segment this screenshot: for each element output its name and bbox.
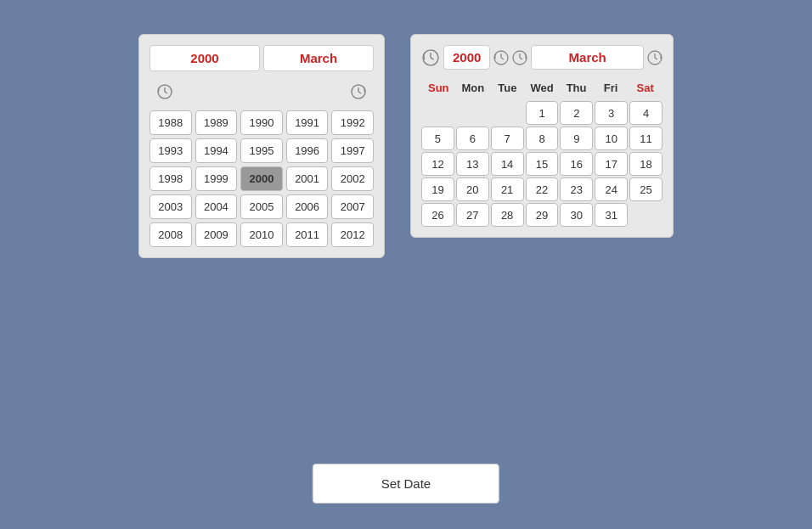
year-cell[interactable]: 1988 xyxy=(149,110,192,135)
year-cell[interactable]: 1994 xyxy=(195,138,238,163)
set-date-button[interactable]: Set Date xyxy=(313,464,499,504)
cal-year-button[interactable]: 2000 xyxy=(443,45,490,70)
day-cell-27[interactable]: 27 xyxy=(456,203,489,227)
day-cell-18[interactable]: 18 xyxy=(629,152,663,176)
year-cell[interactable]: 1996 xyxy=(286,138,329,163)
day-cell-31[interactable]: 31 xyxy=(595,203,628,227)
year-cell[interactable]: 1989 xyxy=(195,110,238,135)
year-cell[interactable]: 1997 xyxy=(331,138,374,163)
day-cell-3[interactable]: 3 xyxy=(595,101,628,125)
year-cell[interactable]: 2008 xyxy=(149,222,192,247)
year-cell[interactable]: 2001 xyxy=(286,166,329,191)
svg-line-11 xyxy=(501,58,504,59)
year-cell[interactable]: 2004 xyxy=(195,194,238,219)
day-cell-30[interactable]: 30 xyxy=(560,203,593,227)
calendars-row: 2000 March xyxy=(138,34,674,258)
year-prev-arrow[interactable] xyxy=(153,80,177,104)
day-cell-1[interactable]: 1 xyxy=(526,101,559,125)
day-header-sun: Sun xyxy=(421,78,456,98)
day-cell-11[interactable]: 11 xyxy=(629,127,663,150)
svg-line-17 xyxy=(655,58,657,59)
cal-clock-left-icon xyxy=(421,48,440,67)
day-cell-12[interactable]: 12 xyxy=(421,152,454,176)
day-cell-23[interactable]: 23 xyxy=(560,177,593,201)
year-picker-panel: 2000 March xyxy=(138,34,385,258)
day-cell-empty xyxy=(456,101,489,125)
day-cell-14[interactable]: 14 xyxy=(491,152,524,176)
day-grid: 1234567891011121314151617181920212223242… xyxy=(421,101,663,227)
cal-month-button[interactable]: March xyxy=(531,45,644,70)
day-cell-15[interactable]: 15 xyxy=(526,152,559,176)
day-cell-empty xyxy=(421,101,454,125)
day-cell-25[interactable]: 25 xyxy=(629,177,663,201)
left-month-button[interactable]: March xyxy=(263,45,374,71)
year-cell[interactable]: 2006 xyxy=(286,194,329,219)
cal-year-right-arrow-icon[interactable] xyxy=(512,50,527,65)
day-header-sat: Sat xyxy=(628,78,663,98)
day-cell-10[interactable]: 10 xyxy=(595,127,628,150)
day-cell-4[interactable]: 4 xyxy=(629,101,663,125)
year-grid: 1988198919901991199219931994199519961997… xyxy=(149,110,374,247)
year-cell[interactable]: 2002 xyxy=(331,166,374,191)
year-cell[interactable]: 2000 xyxy=(240,166,283,191)
year-cell[interactable]: 2007 xyxy=(331,194,374,219)
day-cell-19[interactable]: 19 xyxy=(421,177,454,201)
left-year-button[interactable]: 2000 xyxy=(149,45,260,71)
svg-line-8 xyxy=(431,58,434,59)
day-cell-empty xyxy=(491,101,524,125)
day-cell-6[interactable]: 6 xyxy=(456,127,489,150)
day-cell-empty xyxy=(629,203,663,227)
svg-line-14 xyxy=(520,58,522,59)
day-cell-9[interactable]: 9 xyxy=(560,127,593,150)
day-cell-20[interactable]: 20 xyxy=(456,177,489,201)
year-cell[interactable]: 2011 xyxy=(286,222,329,247)
set-date-button-container: Set Date xyxy=(313,464,499,504)
day-header-fri: Fri xyxy=(594,78,629,98)
year-cell[interactable]: 1999 xyxy=(195,166,238,191)
day-cell-21[interactable]: 21 xyxy=(491,177,524,201)
day-header-wed: Wed xyxy=(525,78,560,98)
svg-line-5 xyxy=(358,92,361,93)
cal-month-arrow-icon[interactable] xyxy=(647,50,663,65)
day-cell-5[interactable]: 5 xyxy=(421,127,454,150)
day-cell-8[interactable]: 8 xyxy=(526,127,559,150)
day-cell-28[interactable]: 28 xyxy=(491,203,524,227)
cal-header: 2000 March xyxy=(421,45,663,70)
day-cell-29[interactable]: 29 xyxy=(526,203,559,227)
year-cell[interactable]: 1995 xyxy=(240,138,283,163)
day-cell-16[interactable]: 16 xyxy=(560,152,593,176)
year-cell[interactable]: 2009 xyxy=(195,222,238,247)
panel-header: 2000 March xyxy=(149,45,374,71)
clock-right-icon xyxy=(350,83,367,100)
day-cell-2[interactable]: 2 xyxy=(560,101,593,125)
year-cell[interactable]: 2012 xyxy=(331,222,374,247)
day-cell-26[interactable]: 26 xyxy=(421,203,454,227)
year-cell[interactable]: 1993 xyxy=(149,138,192,163)
day-cell-13[interactable]: 13 xyxy=(456,152,489,176)
year-cell[interactable]: 1992 xyxy=(331,110,374,135)
year-cell[interactable]: 1998 xyxy=(149,166,192,191)
year-cell[interactable]: 2005 xyxy=(240,194,283,219)
day-header-tue: Tue xyxy=(490,78,525,98)
cal-year-left-arrow-icon[interactable] xyxy=(493,50,509,65)
main-container: 2000 March xyxy=(0,0,812,529)
day-cell-24[interactable]: 24 xyxy=(595,177,628,201)
svg-line-2 xyxy=(165,92,167,93)
year-cell[interactable]: 2010 xyxy=(240,222,283,247)
year-cell[interactable]: 2003 xyxy=(149,194,192,219)
day-header-mon: Mon xyxy=(456,78,491,98)
year-cell[interactable]: 1991 xyxy=(286,110,329,135)
year-nav-row xyxy=(149,80,374,104)
day-cell-17[interactable]: 17 xyxy=(595,152,628,176)
year-cell[interactable]: 1990 xyxy=(240,110,283,135)
day-cell-7[interactable]: 7 xyxy=(491,127,524,150)
month-calendar-panel: 2000 March xyxy=(410,34,674,238)
day-cell-22[interactable]: 22 xyxy=(526,177,559,201)
day-header-thu: Thu xyxy=(559,78,594,98)
clock-left-icon xyxy=(156,83,173,100)
day-headers: SunMonTueWedThuFriSat xyxy=(421,78,663,98)
year-next-arrow[interactable] xyxy=(347,80,370,104)
